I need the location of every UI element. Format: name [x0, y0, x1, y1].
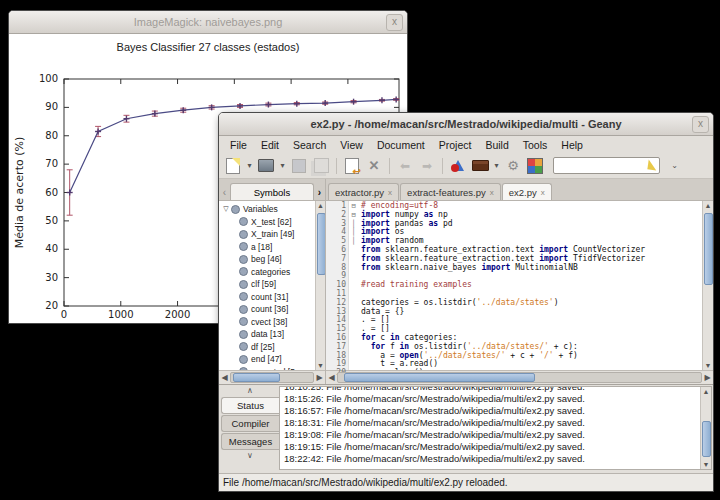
geany-titlebar[interactable]: ex2.py - /home/macan/src/Mestrado/wikipe… — [219, 113, 713, 136]
menu-item-edit[interactable]: Edit — [254, 138, 286, 152]
symbol-item[interactable]: df [25] — [221, 341, 325, 354]
tab-extractor-py[interactable]: extractor.pyx — [328, 183, 399, 200]
scroll-left-icon[interactable]: ◀ — [219, 373, 230, 382]
scroll-up-icon[interactable]: ▲ — [701, 388, 711, 395]
msgtabs-scroll-down-icon[interactable]: ∨ — [221, 451, 279, 461]
menu-item-help[interactable]: Help — [554, 138, 590, 152]
messages-vertical-scrollbar[interactable]: ▲ ▼ — [700, 387, 711, 469]
toolbar-overflow-icon[interactable]: ⌄ — [670, 161, 679, 170]
sidebar-scroll-left-icon[interactable]: ‹ — [219, 187, 230, 200]
desktop: { "chart_data": { "type": "line", "title… — [0, 0, 720, 500]
code-line: data = {} — [361, 308, 702, 317]
msgtabs-scroll-up-icon[interactable]: ∧ — [221, 386, 279, 396]
msgtab-compiler[interactable]: Compiler — [221, 415, 279, 432]
sidebar-vertical-scrollbar[interactable]: ▲ ▼ — [315, 201, 325, 370]
symbol-item[interactable]: cvect [38] — [221, 316, 325, 329]
sidebar-horizontal-scrollbar[interactable]: ◀ ▶ — [219, 370, 325, 384]
imagemagick-titlebar[interactable]: ImageMagick: naivebayes.png x — [9, 11, 407, 34]
scrollbar-thumb[interactable] — [344, 373, 535, 382]
symbol-item[interactable]: a [18] — [221, 241, 325, 254]
scrollbar-thumb[interactable] — [233, 373, 280, 382]
scroll-up-icon[interactable]: ▲ — [316, 202, 325, 209]
tab-ex2-py[interactable]: ex2.pyx — [502, 183, 552, 200]
menu-item-build[interactable]: Build — [478, 138, 515, 152]
svg-text:20: 20 — [45, 300, 58, 311]
new-file-dropdown-icon[interactable]: ▾ — [245, 161, 254, 170]
revert-file-button[interactable] — [342, 155, 362, 176]
scroll-right-icon[interactable]: ▶ — [314, 373, 325, 382]
symbol-item[interactable]: X_train [49] — [221, 228, 325, 241]
navigate-back-button[interactable]: ⬅ — [395, 155, 415, 176]
symbol-icon — [239, 280, 248, 289]
color-chooser-icon — [527, 158, 543, 174]
editor[interactable]: 1234567891011121314151617181920 ⊟⊟│││ # … — [326, 201, 713, 370]
symbol-item[interactable]: end [47] — [221, 353, 325, 366]
menu-item-tools[interactable]: Tools — [516, 138, 555, 152]
save-file-button[interactable] — [289, 155, 309, 176]
build-button[interactable] — [470, 155, 490, 176]
menu-item-project[interactable]: Project — [432, 138, 479, 152]
fold-toggle-icon[interactable]: ⊟ — [349, 211, 358, 220]
imagemagick-close-button[interactable]: x — [386, 14, 403, 31]
menu-item-search[interactable]: Search — [286, 138, 333, 152]
open-file-dropdown-icon[interactable]: ▾ — [278, 161, 287, 170]
menu-item-document[interactable]: Document — [370, 138, 432, 152]
symbol-icon — [239, 255, 248, 264]
statusbar-text: File /home/macan/src/Mestrado/wikipedia/… — [223, 477, 508, 488]
tab-close-icon[interactable]: x — [388, 188, 392, 197]
editor-vertical-scrollbar[interactable]: ▲ ▼ — [702, 201, 713, 370]
scroll-up-icon[interactable]: ▲ — [703, 202, 713, 209]
status-message-list[interactable]: 18:10:25: File /home/macan/src/Mestrado/… — [279, 386, 712, 470]
symbol-item[interactable]: count [36] — [221, 303, 325, 316]
save-all-button[interactable] — [311, 155, 331, 176]
close-file-button[interactable]: ✕ — [364, 155, 384, 176]
symbol-item[interactable]: expected [5 — [221, 366, 325, 371]
code-area[interactable]: # encoding=utf-8import numpy as npimport… — [358, 201, 702, 370]
code-line: categories = os.listdir('../data/states'… — [361, 299, 702, 308]
symbol-item[interactable]: beg [46] — [221, 253, 325, 266]
menu-item-view[interactable]: View — [333, 138, 370, 152]
geany-close-button[interactable]: x — [692, 116, 709, 133]
forward-arrow-icon: ➡ — [422, 159, 432, 173]
symbol-item[interactable]: count [31] — [221, 291, 325, 304]
scroll-down-icon[interactable]: ▼ — [703, 362, 713, 369]
status-line: 18:16:57: File /home/macan/src/Mestrado/… — [284, 405, 711, 417]
symbols-root-row[interactable]: ▽ Variables — [221, 203, 325, 216]
toolbar-search-field[interactable] — [553, 157, 660, 174]
editor-horizontal-scrollbar[interactable]: ◀ ▶ — [326, 370, 713, 384]
fold-toggle-icon[interactable]: ⊟ — [349, 202, 358, 211]
scrollbar-thumb[interactable] — [704, 213, 713, 285]
tab-symbols[interactable]: Symbols — [230, 183, 314, 200]
symbol-item[interactable]: X_test [62] — [221, 216, 325, 229]
sidebar-scroll-right-icon[interactable]: › — [314, 187, 325, 200]
scroll-down-icon[interactable]: ▼ — [701, 461, 711, 468]
open-file-button[interactable] — [256, 155, 276, 176]
scroll-down-icon[interactable]: ▼ — [316, 362, 325, 369]
execute-button[interactable]: ⚙ — [503, 155, 523, 176]
scroll-right-icon[interactable]: ▶ — [702, 373, 713, 382]
scrollbar-thumb[interactable] — [317, 213, 325, 275]
symbol-item[interactable]: clf [59] — [221, 278, 325, 291]
msgtab-messages[interactable]: Messages — [221, 433, 279, 450]
new-file-button[interactable] — [223, 155, 243, 176]
fold-margin[interactable]: ⊟⊟│││ — [349, 201, 358, 370]
goto-quill-icon[interactable] — [647, 159, 657, 170]
color-chooser-button[interactable] — [525, 155, 545, 176]
symbol-item[interactable]: data [13] — [221, 328, 325, 341]
tree-expander-icon[interactable]: ▽ — [221, 205, 231, 213]
tab-close-icon[interactable]: x — [541, 188, 545, 197]
tab-extract-features-py[interactable]: extract-features.pyx — [400, 183, 501, 200]
msgtab-status[interactable]: Status — [221, 397, 279, 414]
symbols-tree: ▽ Variables X_test [62]X_train [49]a [18… — [219, 201, 325, 370]
navigate-forward-button[interactable]: ➡ — [417, 155, 437, 176]
chart-title: Bayes Classifier 27 classes (estados) — [9, 41, 407, 53]
compile-icon — [452, 160, 464, 171]
symbol-item[interactable]: categories — [221, 266, 325, 279]
build-dropdown-icon[interactable]: ▾ — [492, 161, 501, 170]
menu-item-file[interactable]: File — [223, 138, 254, 152]
symbols-root-label: Variables — [243, 204, 278, 214]
tab-close-icon[interactable]: x — [490, 188, 494, 197]
code-line: import pandas as pd — [361, 220, 702, 229]
scrollbar-thumb[interactable] — [702, 421, 711, 457]
compile-button[interactable] — [448, 155, 468, 176]
